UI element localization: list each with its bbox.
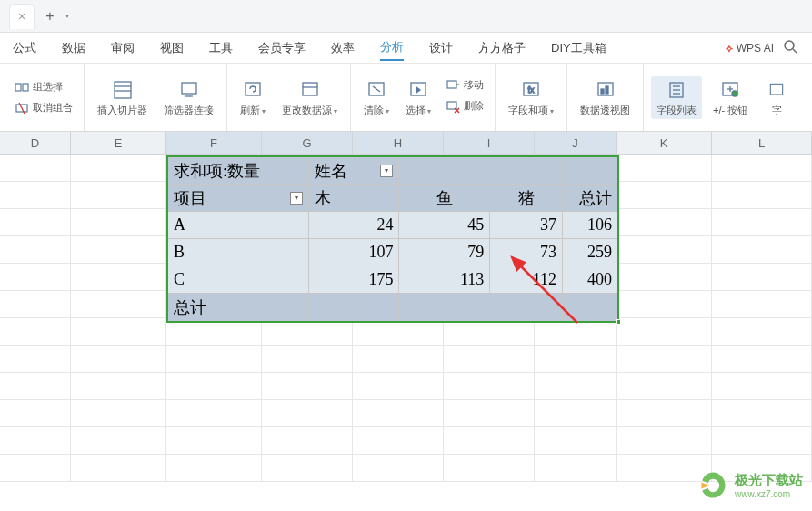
tab-dropdown-icon[interactable]: ▾ <box>61 12 74 20</box>
cell[interactable] <box>71 209 166 236</box>
pivot-blank[interactable] <box>309 294 400 321</box>
cell[interactable] <box>617 155 712 182</box>
col-header-h[interactable]: H <box>353 132 444 155</box>
pivot-data[interactable]: 106 <box>563 212 617 239</box>
pivot-data[interactable]: 24 <box>309 212 400 239</box>
cell[interactable] <box>0 400 71 427</box>
pivot-blank[interactable] <box>399 294 490 321</box>
field-header-button[interactable]: 字 <box>758 76 789 119</box>
cell[interactable] <box>535 373 617 400</box>
cancel-group-button[interactable]: 取消组合 <box>11 99 76 117</box>
field-item-button[interactable]: fx 字段和项▾ <box>503 76 559 119</box>
pivot-blank[interactable] <box>563 157 617 185</box>
col-header-e[interactable]: E <box>71 132 166 155</box>
cell[interactable] <box>617 427 712 455</box>
filter-conn-button[interactable]: 筛选器连接 <box>158 76 219 119</box>
search-icon[interactable] <box>783 39 797 56</box>
new-tab-button[interactable]: + <box>39 5 61 27</box>
cell[interactable] <box>0 427 71 455</box>
wps-ai-button[interactable]: ⟡ WPS AI <box>726 42 774 55</box>
cell[interactable] <box>0 236 71 264</box>
pivot-table[interactable]: 求和项:数量 姓名 ▾ 项目 ▾ 木 鱼 猪 总计 A 24 45 37 106 <box>166 155 619 323</box>
cell[interactable] <box>0 182 71 209</box>
menu-analyze[interactable]: 分析 <box>380 35 404 61</box>
cell[interactable] <box>712 264 812 291</box>
cell[interactable] <box>71 373 166 400</box>
cell[interactable] <box>166 400 262 427</box>
cell[interactable] <box>712 400 812 427</box>
menu-fanggezi[interactable]: 方方格子 <box>478 36 526 60</box>
cell[interactable] <box>712 291 812 318</box>
menu-member[interactable]: 会员专享 <box>258 36 306 60</box>
menu-review[interactable]: 审阅 <box>111 36 135 60</box>
tab-close-button[interactable]: × <box>9 4 35 29</box>
cell[interactable] <box>444 346 535 373</box>
cell[interactable] <box>444 427 535 455</box>
cell[interactable] <box>71 318 166 346</box>
select-button[interactable]: 选择▾ <box>400 76 436 119</box>
menu-data[interactable]: 数据 <box>62 36 85 60</box>
menu-efficiency[interactable]: 效率 <box>331 36 355 60</box>
pivot-blank[interactable] <box>490 294 563 321</box>
menu-tools[interactable]: 工具 <box>209 36 233 60</box>
cell[interactable] <box>712 427 812 455</box>
cell[interactable] <box>617 318 712 346</box>
pivot-data[interactable]: 259 <box>563 239 617 266</box>
cell[interactable] <box>444 373 535 400</box>
cell[interactable] <box>617 291 712 318</box>
col-header-i[interactable]: I <box>444 132 535 155</box>
pivot-data[interactable]: 107 <box>309 239 400 266</box>
pivot-grand-total[interactable]: 总计 <box>168 294 309 321</box>
pivot-data[interactable]: 79 <box>399 239 490 266</box>
change-source-button[interactable]: 更改数据源▾ <box>276 76 343 119</box>
cell[interactable] <box>617 346 712 373</box>
cell[interactable] <box>0 318 71 346</box>
menu-view[interactable]: 视图 <box>160 36 184 60</box>
cell[interactable] <box>0 373 71 400</box>
pivot-col-2[interactable]: 猪 <box>490 185 563 212</box>
cell[interactable] <box>71 455 166 482</box>
pivot-data[interactable]: 37 <box>490 212 563 239</box>
cell[interactable] <box>71 264 166 291</box>
pivot-data[interactable]: 112 <box>490 266 563 294</box>
cell[interactable] <box>617 236 712 264</box>
cell[interactable] <box>166 427 262 455</box>
cell[interactable] <box>262 373 353 400</box>
pivot-data[interactable]: 175 <box>309 266 400 294</box>
pivot-col-0[interactable]: 木 <box>309 185 400 212</box>
pivot-blank[interactable] <box>563 294 617 321</box>
cell[interactable] <box>712 373 812 400</box>
cell[interactable] <box>444 455 535 482</box>
pivot-blank[interactable] <box>490 157 563 185</box>
cell[interactable] <box>712 346 812 373</box>
cell[interactable] <box>353 373 444 400</box>
spreadsheet[interactable]: D E F G H I J K L 求和项:数量 姓名 ▾ <box>0 132 812 511</box>
pivot-data[interactable]: 73 <box>490 239 563 266</box>
cell[interactable] <box>712 236 812 264</box>
pivot-sum-header[interactable]: 求和项:数量 <box>168 157 309 185</box>
col-header-d[interactable]: D <box>0 132 71 155</box>
cell[interactable] <box>617 373 712 400</box>
cell[interactable] <box>166 346 262 373</box>
cell[interactable] <box>712 318 812 346</box>
cell[interactable] <box>712 182 812 209</box>
cell[interactable] <box>617 209 712 236</box>
cell[interactable] <box>535 400 617 427</box>
cell[interactable] <box>617 264 712 291</box>
cell[interactable] <box>71 155 166 182</box>
col-header-k[interactable]: K <box>617 132 712 155</box>
pivot-row-dropdown-icon[interactable]: ▾ <box>290 192 303 205</box>
pivot-row-c[interactable]: C <box>168 266 309 294</box>
cell[interactable] <box>71 400 166 427</box>
pivot-data[interactable]: 400 <box>563 266 617 294</box>
cell[interactable] <box>353 400 444 427</box>
cell[interactable] <box>0 155 71 182</box>
cell[interactable] <box>444 400 535 427</box>
move-button[interactable]: 移动 <box>442 76 487 95</box>
col-header-g[interactable]: G <box>262 132 353 155</box>
menu-diy[interactable]: DIY工具箱 <box>551 36 606 60</box>
group-select-button[interactable]: 组选择 <box>11 78 76 96</box>
cell[interactable] <box>262 346 353 373</box>
plus-minus-button[interactable]: +/- 按钮 <box>707 76 753 119</box>
cell[interactable] <box>166 373 262 400</box>
